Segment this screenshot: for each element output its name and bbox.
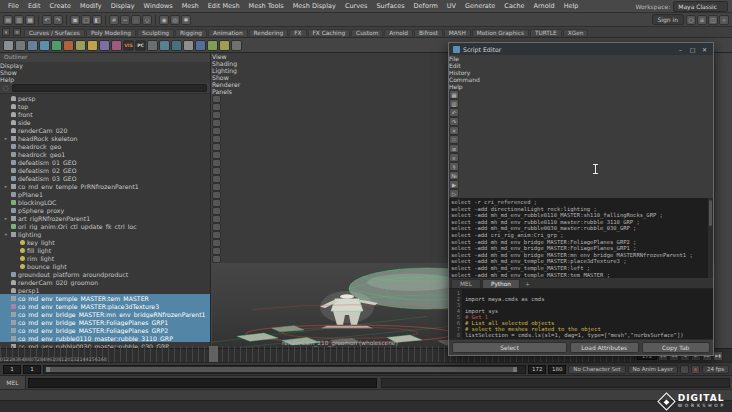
menu-item[interactable]: Deform bbox=[410, 2, 442, 10]
status-icon[interactable]: ◉ bbox=[159, 15, 169, 25]
viewport-toolbar-icon[interactable] bbox=[212, 143, 221, 151]
status-icon[interactable]: ▣ bbox=[70, 15, 80, 25]
shelf-tool-icon[interactable] bbox=[63, 40, 74, 51]
outliner-item[interactable]: headrock_geo1 bbox=[0, 150, 210, 158]
viewport-toolbar-icon[interactable] bbox=[212, 223, 221, 231]
status-icon[interactable] bbox=[38, 15, 39, 25]
shelf-tab[interactable]: Poly Modeling bbox=[86, 29, 136, 36]
range-slider[interactable] bbox=[43, 365, 526, 374]
shelf-tab[interactable]: Animation bbox=[208, 29, 248, 36]
viewport-toolbar-icon[interactable] bbox=[212, 175, 221, 183]
outliner-item[interactable]: co_md_env_rubble0110_master:rubble_3110_… bbox=[0, 334, 210, 342]
outliner-item[interactable]: blockingLOC bbox=[0, 198, 210, 206]
script-editor-toolbar-icon[interactable]: ▦ bbox=[449, 90, 459, 99]
playback-end-field[interactable]: 172 bbox=[528, 365, 546, 374]
select-button[interactable]: Select bbox=[452, 342, 567, 353]
viewport-toolbar-icon[interactable] bbox=[212, 167, 221, 175]
viewport-toolbar-icon[interactable] bbox=[212, 191, 221, 199]
menu-item[interactable]: Windows bbox=[140, 2, 177, 10]
outliner-item[interactable]: persp bbox=[0, 94, 210, 102]
shelf-tool-icon[interactable] bbox=[111, 40, 122, 51]
script-editor-toolbar-icon[interactable]: ▷ bbox=[449, 189, 459, 198]
menu-item[interactable]: Arnold bbox=[530, 2, 559, 10]
shelf-tab[interactable]: Sculpting bbox=[137, 29, 174, 36]
menu-item[interactable]: UV bbox=[443, 2, 460, 10]
shelf-tool-icon[interactable] bbox=[15, 40, 26, 51]
status-icon[interactable] bbox=[66, 15, 67, 25]
outliner-item[interactable]: co_md_env_bridge_MASTER:FoliagePlanes_GR… bbox=[0, 318, 210, 326]
menu-item[interactable]: Curves bbox=[341, 2, 372, 10]
shelf-tool-icon[interactable] bbox=[39, 40, 50, 51]
outliner-item[interactable]: headrock_geo bbox=[0, 142, 210, 150]
shelf-tab[interactable]: Custom bbox=[351, 29, 383, 36]
range-start-handle[interactable] bbox=[46, 367, 50, 372]
status-icon[interactable]: ▥ bbox=[14, 15, 24, 25]
script-input-pane[interactable]: 1 2 import maya.cmds as cmds 3 4 bbox=[449, 289, 713, 339]
status-icon[interactable]: ▢ bbox=[81, 15, 91, 25]
status-icon[interactable]: ◇ bbox=[142, 15, 152, 25]
outliner-item[interactable]: co_md_env_bridge_MASTER:FoliagePlanes_GR… bbox=[0, 326, 210, 334]
outliner-item[interactable]: top bbox=[0, 102, 210, 110]
shelf-tool-icon[interactable]: PC bbox=[135, 40, 146, 51]
outliner-item[interactable]: ori_rig_anim:Ori_ctl_update_fk_ctrl_loc bbox=[0, 222, 210, 230]
outliner-item[interactable]: co_md_env_bridge_MASTER:mn_env_bridgeRNf… bbox=[0, 310, 210, 318]
outliner-item[interactable]: rim_light bbox=[0, 254, 210, 262]
viewport-toolbar-icon[interactable] bbox=[212, 231, 221, 239]
menu-item[interactable]: Cache bbox=[500, 2, 528, 10]
viewport-toolbar-icon[interactable] bbox=[212, 207, 221, 215]
history-scrollbar[interactable] bbox=[708, 198, 713, 278]
outliner-item[interactable]: defeatism_02_GEO bbox=[0, 166, 210, 174]
menu-item[interactable]: Modify bbox=[76, 2, 106, 10]
outliner-item[interactable]: renderCam_020 bbox=[0, 126, 210, 134]
status-icon[interactable]: # bbox=[109, 15, 119, 25]
shelf-tab[interactable]: XGen bbox=[563, 29, 589, 36]
viewport-toolbar-icon[interactable] bbox=[212, 255, 221, 263]
outliner-item[interactable]: fill_light bbox=[0, 246, 210, 254]
outliner-item[interactable]: co_md_env_temple_MASTER:place3dTexture3 bbox=[0, 302, 210, 310]
script-editor-menu-item[interactable]: Help bbox=[449, 83, 713, 90]
character-set-dropdown[interactable]: No Character Set bbox=[568, 365, 625, 374]
sign-in-button[interactable]: Sign in bbox=[652, 14, 684, 25]
load-attributes-button[interactable]: Load Attributes bbox=[570, 342, 638, 353]
script-editor-menu-item[interactable]: Edit bbox=[449, 62, 713, 69]
menu-item[interactable]: Display bbox=[107, 2, 139, 10]
playback-start-field[interactable]: 1 bbox=[23, 365, 41, 374]
script-editor-toolbar-icon[interactable]: ↶ bbox=[449, 108, 459, 117]
script-editor-menu-item[interactable]: History bbox=[449, 69, 713, 76]
minimize-icon[interactable]: – bbox=[676, 46, 685, 53]
menu-item[interactable]: Surfaces bbox=[372, 2, 408, 10]
shelf-tool-icon[interactable] bbox=[195, 40, 206, 51]
outliner-item[interactable]: defeatism_01_GEO bbox=[0, 158, 210, 166]
status-icon[interactable]: ~ bbox=[120, 15, 130, 25]
outliner-item[interactable]: pSphere_proxy bbox=[0, 206, 210, 214]
auto-key-icon[interactable] bbox=[691, 365, 700, 374]
shelf-tab-options-icon[interactable]: ▾ bbox=[2, 28, 10, 36]
shelf-tool-icon[interactable] bbox=[147, 40, 158, 51]
shelf-tab[interactable]: Curves / Surfaces bbox=[24, 29, 85, 36]
viewport-toolbar-icon[interactable] bbox=[212, 111, 221, 119]
viewport-toolbar-icon[interactable] bbox=[212, 151, 221, 159]
outliner-item[interactable]: ▸ art_rigRNfrozenParent1 bbox=[0, 214, 210, 222]
shelf-tool-icon[interactable] bbox=[27, 40, 38, 51]
copy-tab-button[interactable]: Copy Tab bbox=[642, 342, 710, 353]
shelf-tool-icon[interactable] bbox=[207, 40, 218, 51]
close-icon[interactable]: ✕ bbox=[700, 46, 709, 53]
outliner-item[interactable]: defeatism_03_GEO bbox=[0, 174, 210, 182]
shelf-tab[interactable]: FX bbox=[289, 29, 306, 36]
command-input[interactable] bbox=[28, 378, 377, 388]
outliner-item[interactable]: front bbox=[0, 110, 210, 118]
status-icon[interactable]: ↶ bbox=[42, 15, 52, 25]
workspace-selector[interactable]: Maya Classic bbox=[673, 1, 728, 12]
shelf-tab[interactable]: TURTLE bbox=[530, 29, 562, 36]
script-editor-toolbar-icon[interactable]: § bbox=[449, 162, 459, 171]
viewport-toolbar-icon[interactable] bbox=[212, 95, 221, 103]
script-editor-toolbar-icon[interactable]: ✕ bbox=[449, 126, 459, 135]
outliner-item[interactable]: ▸ co_md_env_temple_PrRNfrozenParent1 bbox=[0, 182, 210, 190]
menu-item[interactable]: Help bbox=[560, 2, 583, 10]
status-icon[interactable]: ▤ bbox=[3, 15, 13, 25]
status-icon[interactable]: ∴ bbox=[131, 15, 141, 25]
viewport-toolbar-icon[interactable] bbox=[212, 183, 221, 191]
viewport-toolbar-icon[interactable] bbox=[212, 159, 221, 167]
viewport-toolbar-icon[interactable] bbox=[212, 215, 221, 223]
script-editor-toolbar-icon[interactable]: № bbox=[449, 171, 459, 180]
